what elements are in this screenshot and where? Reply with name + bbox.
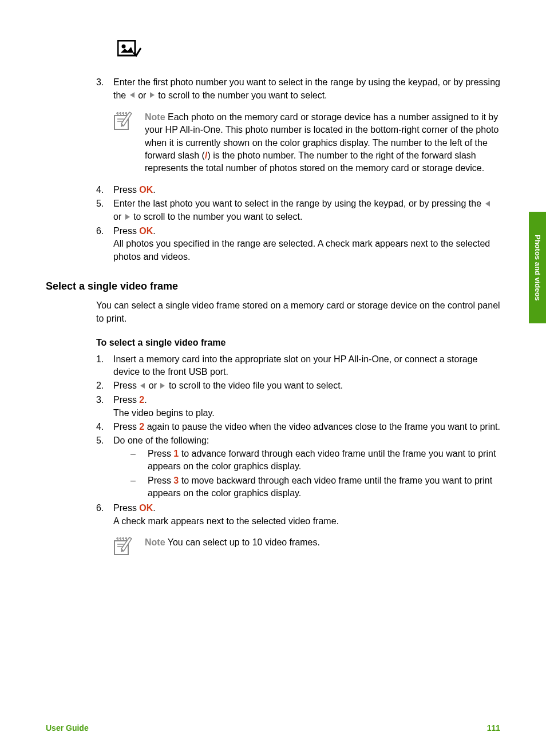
svg-point-1 (122, 45, 126, 49)
left-arrow-icon (129, 89, 136, 102)
step-text: Press (113, 226, 139, 236)
key-2: 2 (139, 422, 144, 432)
step-number: 5. (96, 434, 113, 501)
step-text: . (144, 395, 147, 405)
note-icon (113, 548, 134, 557)
step-body: Do one of the following: – Press 1 to ad… (113, 434, 500, 501)
step-text: Press (113, 395, 139, 405)
step-text: Enter the last photo you want to select … (113, 199, 484, 208)
step-body: Enter the first photo number you want to… (113, 76, 500, 102)
step-text: to scroll to the number you want to sele… (133, 212, 302, 221)
section-paragraph: You can select a single video frame stor… (96, 299, 500, 325)
video-step-4: 4. Press 2 again to pause the video when… (96, 421, 500, 433)
section-heading: Select a single video frame (46, 279, 500, 294)
ok-key: OK (139, 185, 153, 195)
sub-text: to move backward through each video fram… (148, 476, 492, 498)
step-number: 5. (96, 197, 113, 224)
step-text: . (153, 503, 155, 513)
step-body: Press OK. (113, 184, 500, 196)
ok-key: OK (139, 226, 153, 236)
right-arrow-icon (124, 211, 131, 224)
step-body-text: A check mark appears next to the selecte… (113, 515, 500, 528)
step-number: 3. (96, 76, 113, 102)
step-body: Press OK. All photos you specified in th… (113, 225, 500, 263)
left-arrow-icon (139, 380, 146, 393)
step-text: to scroll to the video file you want to … (169, 381, 343, 390)
footer-page-number: 111 (487, 723, 500, 734)
key-2: 2 (139, 395, 144, 405)
step-number: 4. (96, 421, 113, 433)
video-step-2: 2. Press or to scroll to the video file … (96, 379, 500, 393)
step-4: 4. Press OK. (96, 184, 500, 196)
step-number: 6. (96, 502, 113, 528)
footer-left: User Guide (46, 723, 89, 734)
left-arrow-icon (484, 198, 491, 211)
step-number: 4. (96, 184, 113, 196)
sublist-item: – Press 1 to advance forward through eac… (130, 448, 500, 473)
step-text: Do one of the following: (113, 436, 209, 445)
step-body: Press OK. A check mark appears next to t… (113, 502, 500, 528)
step-body-text: The video begins to play. (113, 407, 500, 419)
step-number: 6. (96, 225, 113, 263)
ok-key: OK (139, 503, 153, 513)
note-box: Note You can select up to 10 video frame… (113, 536, 500, 559)
dash: – (130, 448, 148, 473)
svg-rect-0 (118, 41, 135, 56)
sub-heading: To select a single video frame (96, 337, 500, 349)
step-number: 2. (96, 379, 113, 393)
step-text: Press (113, 185, 139, 195)
step-body: Insert a memory card into the appropriat… (113, 353, 500, 379)
key-1: 1 (173, 449, 179, 458)
step-text: or (138, 90, 149, 100)
video-step-5: 5. Do one of the following: – Press 1 to… (96, 434, 500, 501)
sublist-item: – Press 3 to move backward through each … (130, 474, 500, 500)
video-step-3: 3. Press 2. The video begins to play. (96, 394, 500, 419)
step-number: 1. (96, 353, 113, 379)
step-text: to scroll to the number you want to sele… (158, 90, 327, 100)
step-text: Press (113, 503, 139, 513)
note-box: Note Each photo on the memory card or st… (113, 111, 500, 175)
step-text: . (153, 226, 155, 236)
side-tab: Photos and videos (529, 212, 546, 323)
step-body: Press 2. The video begins to play. (113, 394, 500, 419)
step-text: . (153, 185, 155, 195)
step-text: again to pause the video when the video … (144, 422, 500, 432)
step-3: 3. Enter the first photo number you want… (96, 76, 500, 102)
step-5: 5. Enter the last photo you want to sele… (96, 197, 500, 224)
sub-text: Press (148, 449, 173, 458)
step-body: Press or to scroll to the video file you… (113, 379, 500, 393)
note-icon (113, 122, 134, 132)
step-text: or (149, 381, 160, 390)
sub-text: Press (148, 476, 173, 485)
page-footer: User Guide 111 (46, 723, 500, 734)
video-step-1: 1. Insert a memory card into the appropr… (96, 353, 500, 379)
step-6: 6. Press OK. All photos you specified in… (96, 225, 500, 263)
step-body: Press 2 again to pause the video when th… (113, 421, 500, 433)
note-text: You can select up to 10 video frames. (168, 537, 320, 547)
step-body-text: All photos you specified in the range ar… (113, 238, 500, 263)
dash: – (130, 474, 148, 500)
photo-check-icon (117, 40, 500, 62)
step-text: or (113, 212, 124, 221)
right-arrow-icon (149, 89, 156, 102)
step-text: Press (113, 381, 139, 390)
video-step-6: 6. Press OK. A check mark appears next t… (96, 502, 500, 528)
note-label: Note (145, 537, 165, 547)
sub-text: to advance forward through each video fr… (148, 449, 496, 471)
step-body: Enter the last photo you want to select … (113, 197, 500, 224)
note-label: Note (145, 112, 165, 122)
right-arrow-icon (159, 380, 166, 393)
step-number: 3. (96, 394, 113, 419)
key-3: 3 (173, 476, 179, 485)
step-text: Press (113, 422, 139, 432)
